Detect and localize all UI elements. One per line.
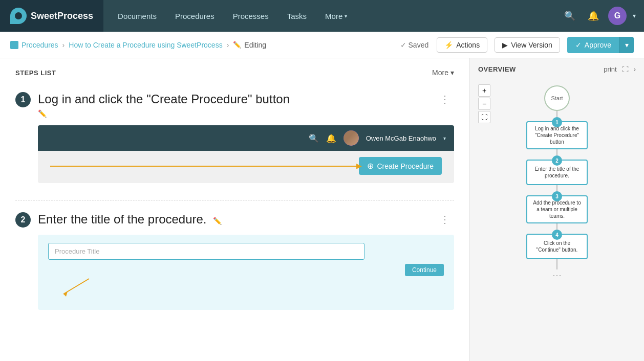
logo-icon bbox=[10, 8, 27, 24]
breadcrumb-procedures-link[interactable]: Procedures bbox=[10, 41, 58, 49]
step-1-title-row: Log in and click the "Create Procedure" … bbox=[38, 91, 454, 107]
breadcrumb-page-link[interactable]: How to Create a Procedure using SweetPro… bbox=[69, 41, 222, 49]
step-2-arrow-area bbox=[48, 276, 444, 302]
flow-start-node: Start bbox=[544, 85, 570, 111]
step-2-edit-icon[interactable]: ✏️ bbox=[213, 217, 222, 225]
approve-dropdown-button[interactable]: ▾ bbox=[619, 37, 634, 53]
plus-icon: ⊕ bbox=[367, 161, 374, 171]
step-2-content: Enter the title of the procedure. ✏️ ⋮ P… bbox=[38, 211, 454, 317]
saved-indicator: ✓ Saved bbox=[400, 41, 429, 49]
top-navigation: SweetProcess Documents Procedures Proces… bbox=[0, 0, 644, 32]
mock-username: Owen McGab Enaohwo bbox=[366, 134, 436, 142]
mock-avatar-image bbox=[344, 130, 359, 146]
zoom-controls: + − ⛶ bbox=[478, 84, 490, 123]
approve-button-group: ✓ Approve ▾ bbox=[567, 37, 634, 53]
mock-bell-icon: 🔔 bbox=[326, 133, 336, 143]
step-item-2: 2 Enter the title of the procedure. ✏️ ⋮… bbox=[15, 211, 454, 327]
avatar-chevron-icon[interactable]: ▾ bbox=[633, 12, 636, 19]
edit-pencil-icon: ✏️ bbox=[233, 41, 241, 49]
search-button[interactable]: 🔍 bbox=[561, 7, 578, 25]
create-procedure-button[interactable]: ⊕ Create Procedure bbox=[359, 157, 442, 175]
zoom-out-button[interactable]: − bbox=[478, 98, 490, 110]
approve-button[interactable]: ✓ Approve bbox=[567, 37, 619, 53]
nav-item-documents[interactable]: Documents bbox=[109, 0, 166, 32]
main-layout: STEPS LIST More ▾ 1 Log in and click the… bbox=[0, 58, 644, 361]
step-2-title-row: Enter the title of the procedure. ✏️ ⋮ bbox=[38, 211, 454, 228]
step-1-content: Log in and click the "Create Procedure" … bbox=[38, 91, 454, 190]
step-2-image: Procedure Title Continue bbox=[38, 235, 454, 310]
step-1-edit-icon[interactable]: ✏️ bbox=[38, 109, 47, 118]
mock-nav-bar: 🔍 🔔 Owen McGab Enaohwo ▾ bbox=[38, 125, 454, 151]
avatar[interactable]: G bbox=[608, 7, 627, 25]
step-1-menu-button[interactable]: ⋮ bbox=[436, 91, 454, 107]
fit-screen-button[interactable]: ⛶ bbox=[478, 111, 490, 123]
zoom-in-button[interactable]: + bbox=[478, 84, 490, 97]
nav-item-tasks[interactable]: Tasks bbox=[278, 0, 316, 32]
approve-chevron-icon: ▾ bbox=[625, 41, 629, 49]
overview-title: OVERVIEW bbox=[478, 65, 516, 73]
overview-panel: OVERVIEW print ⛶ › + − ⛶ Start 1 Log in … bbox=[470, 58, 644, 361]
step-item-1: 1 Log in and click the "Create Procedure… bbox=[15, 91, 454, 201]
arrow-svg bbox=[58, 276, 99, 297]
flow-step-1: 1 Log in and click the "Create Procedure… bbox=[526, 121, 588, 149]
step-2-menu-button[interactable]: ⋮ bbox=[436, 211, 454, 228]
steps-header: STEPS LIST More ▾ bbox=[15, 69, 454, 81]
flow-step-number-4: 4 bbox=[552, 230, 562, 240]
nav-right: 🔍 🔔 G ▾ bbox=[561, 7, 636, 25]
flowchart: Start 1 Log in and click the "Create Pro… bbox=[478, 80, 636, 286]
mock-avatar bbox=[344, 130, 359, 146]
step-2-title: Enter the title of the procedure. ✏️ bbox=[38, 211, 222, 227]
mock-search-icon: 🔍 bbox=[309, 133, 319, 143]
steps-list-title: STEPS LIST bbox=[15, 69, 56, 77]
mock-continue-row: Continue bbox=[48, 264, 444, 276]
flow-step-4: 4 Click on the "Continue" button. bbox=[526, 234, 588, 259]
logo-text: SweetProcess bbox=[31, 11, 93, 21]
breadcrumb-bar: Procedures › How to Create a Procedure u… bbox=[0, 32, 644, 58]
play-icon: ▶ bbox=[502, 41, 508, 49]
procedures-folder-icon bbox=[10, 41, 18, 49]
flow-step-number-2: 2 bbox=[552, 155, 562, 166]
lightning-icon: ⚡ bbox=[444, 41, 453, 49]
view-version-button[interactable]: ▶ View Version bbox=[495, 37, 560, 53]
mock-continue-button[interactable]: Continue bbox=[405, 264, 444, 276]
more-chevron-icon: ▾ bbox=[345, 13, 347, 19]
step-number-1: 1 bbox=[15, 92, 31, 107]
flow-step-3: 3 Add the procedure to a team or multipl… bbox=[526, 195, 588, 223]
breadcrumb-editing: ✏️ Editing bbox=[233, 41, 266, 49]
nav-item-more[interactable]: More ▾ bbox=[316, 0, 356, 32]
arrow-line bbox=[50, 166, 359, 167]
mock-procedure-title-input: Procedure Title bbox=[48, 243, 364, 260]
more-chevron-icon: ▾ bbox=[450, 69, 454, 77]
flow-step-number-3: 3 bbox=[552, 191, 562, 201]
nav-item-procedures[interactable]: Procedures bbox=[166, 0, 224, 32]
mock-chevron-icon: ▾ bbox=[443, 136, 446, 141]
flow-step-2: 2 Enter the title of the procedure. bbox=[526, 160, 588, 185]
logo[interactable]: SweetProcess bbox=[0, 0, 103, 32]
overview-header: OVERVIEW print ⛶ › bbox=[478, 65, 636, 73]
flow-step-number-1: 1 bbox=[552, 117, 562, 127]
checkmark-approve-icon: ✓ bbox=[575, 41, 582, 49]
notifications-button[interactable]: 🔔 bbox=[585, 7, 602, 25]
breadcrumb-separator-1: › bbox=[62, 41, 65, 49]
breadcrumb-separator-2: › bbox=[227, 41, 229, 49]
nav-items: Documents Procedures Processes Tasks Mor… bbox=[109, 0, 561, 32]
steps-more-button[interactable]: More ▾ bbox=[432, 69, 454, 77]
overview-chevron-button[interactable]: › bbox=[634, 65, 636, 73]
nav-item-processes[interactable]: Processes bbox=[224, 0, 278, 32]
step-number-2: 2 bbox=[15, 212, 31, 228]
create-procedure-area: ⊕ Create Procedure bbox=[38, 151, 454, 183]
actions-button[interactable]: ⚡ Actions bbox=[437, 37, 487, 53]
overview-actions: print ⛶ › bbox=[604, 65, 636, 73]
print-button[interactable]: print bbox=[604, 65, 616, 73]
flow-connector-4 bbox=[556, 259, 557, 269]
step-1-title: Log in and click the "Create Procedure" … bbox=[38, 91, 290, 107]
start-label: Start bbox=[551, 95, 563, 101]
flow-more-indicator: ⋯ bbox=[552, 269, 562, 281]
expand-button[interactable]: ⛶ bbox=[622, 65, 629, 73]
steps-panel: STEPS LIST More ▾ 1 Log in and click the… bbox=[0, 58, 470, 361]
checkmark-icon: ✓ bbox=[400, 41, 406, 49]
step-1-image: 🔍 🔔 Owen McGab Enaohwo ▾ ⊕ Create Proced… bbox=[38, 125, 454, 183]
